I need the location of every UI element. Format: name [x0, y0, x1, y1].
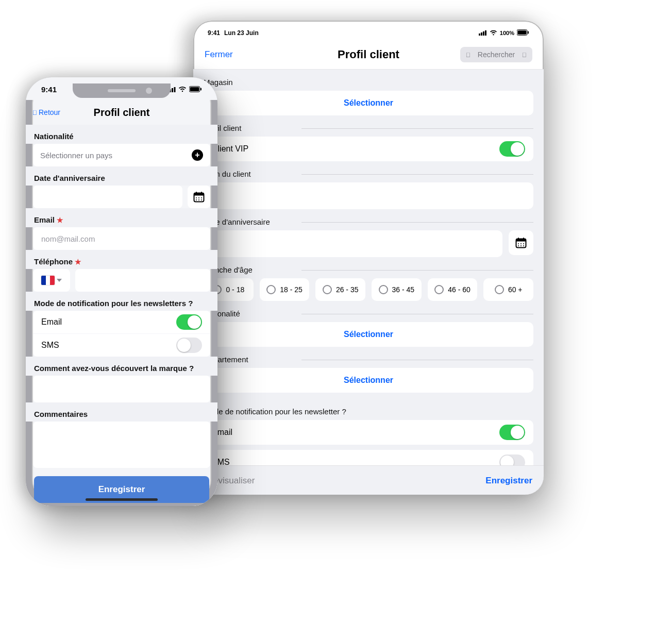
- phone-notch: [73, 83, 171, 98]
- section-label-name: Nom du client: [193, 161, 544, 182]
- section-label-birthday: Date d'anniversaire: [193, 209, 544, 230]
- svg-point-30: [201, 197, 202, 198]
- status-date: Lun 23 Juin: [224, 29, 259, 37]
- svg-rect-8: [516, 239, 526, 242]
- store-select-button[interactable]: Sélectionner: [204, 91, 533, 115]
- age-option-label: 26 - 35: [336, 285, 359, 294]
- back-button[interactable]: ⎕ Retour: [33, 108, 60, 116]
- search-prefix-icon: ⎕: [466, 52, 470, 58]
- svg-rect-0: [479, 33, 480, 36]
- phone-navbar: ⎕ Retour Profil client: [26, 100, 217, 125]
- svg-rect-20: [174, 87, 176, 92]
- required-star-icon: ★: [75, 258, 81, 266]
- svg-point-29: [198, 197, 199, 198]
- flag-fr-icon: [41, 276, 55, 285]
- search-placeholder: Rechercher: [478, 50, 515, 59]
- newsletter-sms-toggle[interactable]: [499, 454, 525, 466]
- age-option-label: 46 - 60: [448, 285, 471, 294]
- svg-point-28: [196, 197, 197, 198]
- newsletter-sms-toggle[interactable]: [176, 338, 202, 353]
- age-option-1[interactable]: 18 - 25: [260, 278, 310, 301]
- radio-icon: [434, 285, 444, 294]
- birthday-input[interactable]: [33, 186, 182, 208]
- email-label-text: Email: [34, 215, 55, 224]
- svg-point-33: [201, 199, 202, 200]
- section-label-birthday: Date d'anniversaire: [26, 166, 217, 186]
- svg-rect-27: [201, 192, 202, 194]
- newsletter-email-row: Email: [33, 311, 210, 333]
- calendar-button[interactable]: [188, 186, 210, 208]
- radio-icon: [495, 285, 504, 294]
- svg-rect-10: [523, 238, 524, 240]
- section-label-department: Département: [193, 347, 544, 368]
- home-indicator[interactable]: [86, 498, 158, 501]
- phone-number-input[interactable]: [75, 269, 210, 292]
- svg-point-12: [520, 243, 522, 244]
- close-button[interactable]: Fermer: [205, 49, 233, 60]
- nationality-select-button[interactable]: Sélectionner: [204, 322, 533, 347]
- calendar-button[interactable]: [509, 230, 533, 255]
- nationality-placeholder: Sélectionner un pays: [40, 151, 112, 160]
- camera-icon: [146, 88, 152, 94]
- calendar-icon: [193, 191, 205, 203]
- search-field[interactable]: ⎕ Rechercher ⎕: [460, 47, 532, 62]
- client-name-input[interactable]: [204, 182, 533, 209]
- svg-point-11: [518, 243, 519, 244]
- svg-point-13: [523, 243, 524, 244]
- svg-rect-5: [518, 30, 527, 35]
- svg-rect-23: [200, 88, 201, 90]
- age-option-5[interactable]: 60 +: [483, 278, 533, 301]
- newsletter-email-toggle[interactable]: [176, 314, 202, 330]
- phone-device: 9:41 ⎕ Retour Profil client Nation: [26, 77, 217, 506]
- svg-point-16: [523, 245, 524, 246]
- svg-point-15: [520, 245, 522, 246]
- department-select-button[interactable]: Sélectionner: [204, 368, 533, 393]
- svg-rect-1: [481, 32, 482, 36]
- comments-input[interactable]: [33, 422, 210, 468]
- discover-input[interactable]: [33, 376, 210, 402]
- radio-icon: [379, 285, 388, 294]
- nationality-select[interactable]: Sélectionner un pays +: [33, 144, 210, 166]
- age-option-4[interactable]: 46 - 60: [428, 278, 478, 301]
- section-label-nationality: Nationalité: [26, 125, 217, 144]
- newsletter-email-label: Email: [41, 317, 62, 327]
- chevron-left-icon: ⎕: [33, 109, 37, 115]
- status-time: 9:41: [208, 29, 220, 37]
- age-option-3[interactable]: 36 - 45: [372, 278, 422, 301]
- tablet-footer: Prévisualiser Enregistrer: [193, 466, 544, 495]
- svg-rect-6: [528, 31, 529, 34]
- svg-point-31: [196, 199, 197, 200]
- svg-rect-19: [172, 88, 173, 92]
- speaker-icon: [108, 89, 136, 92]
- age-range-group: 0 - 18 18 - 25 26 - 35 36 - 45 46 - 60 6…: [204, 278, 533, 301]
- search-suffix-icon: ⎕: [523, 52, 526, 58]
- vip-toggle[interactable]: [499, 141, 525, 157]
- signal-icon: [479, 30, 487, 37]
- wifi-icon: [178, 85, 187, 94]
- battery-icon: [517, 29, 529, 37]
- radio-icon: [266, 285, 276, 294]
- section-label-age: Tranche d'âge: [193, 257, 544, 278]
- phone-content: Nationalité Sélectionner un pays + Date …: [26, 125, 217, 506]
- vip-toggle-row: Client VIP: [204, 137, 533, 161]
- newsletter-sms-row: SMS: [204, 450, 533, 466]
- chevron-down-icon: [57, 279, 62, 282]
- save-button[interactable]: Enregistrer: [485, 476, 532, 486]
- age-option-label: 0 - 18: [226, 285, 244, 294]
- section-label-nationality: Nationalité: [193, 301, 544, 322]
- email-input[interactable]: [40, 234, 203, 244]
- section-label-discover: Comment avez-vous découvert la marque ?: [26, 357, 217, 376]
- required-star-icon: ★: [57, 216, 63, 224]
- calendar-icon: [515, 237, 527, 248]
- svg-rect-26: [196, 192, 197, 194]
- section-label-newsletter: Mode de notification pour les newsletter…: [26, 292, 217, 311]
- tablet-device: 9:41 Lun 23 Juin 100% Fermer Profil clie…: [193, 21, 544, 495]
- country-code-select[interactable]: [33, 269, 70, 292]
- svg-rect-2: [483, 31, 484, 36]
- battery-icon: [189, 85, 202, 94]
- newsletter-email-toggle[interactable]: [499, 425, 525, 440]
- age-option-2[interactable]: 26 - 35: [315, 278, 365, 301]
- age-option-label: 18 - 25: [280, 285, 303, 294]
- battery-percent: 100%: [500, 30, 514, 36]
- birthday-input[interactable]: [204, 230, 502, 257]
